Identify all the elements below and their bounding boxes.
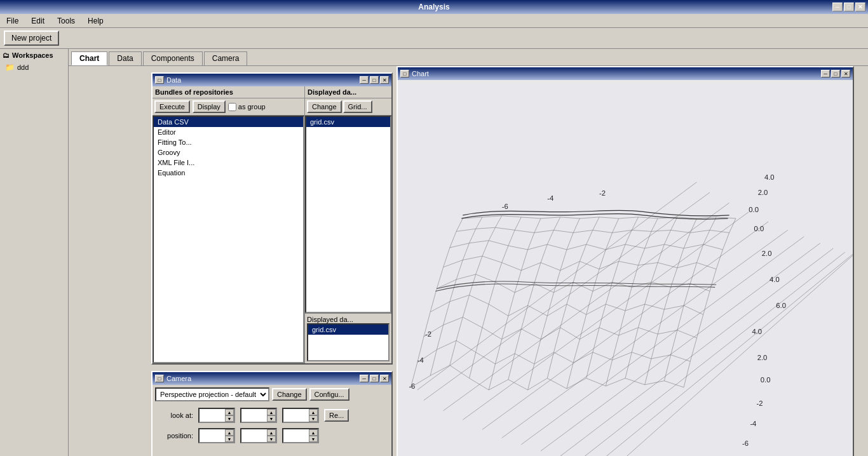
camera-change-button[interactable]: Change xyxy=(272,388,307,401)
data-panel-titlebar: □ Data ─ □ ✕ xyxy=(153,74,391,86)
title-bar: Analysis ─ □ ✕ xyxy=(0,0,868,14)
bundles-header: Bundles of repositories xyxy=(153,86,304,98)
tab-chart[interactable]: Chart xyxy=(71,51,107,65)
list-item[interactable]: Equation xyxy=(154,168,303,178)
svg-rect-0 xyxy=(398,82,853,456)
chart-panel-titlebar: □ Chart ─ □ ✕ xyxy=(398,67,853,80)
work-area-inner: □ Data ─ □ ✕ Bundles of repositories Exe xyxy=(69,66,868,456)
look-at-x-input[interactable]: 0 xyxy=(200,411,225,420)
look-at-y-up[interactable]: ▲ xyxy=(267,409,276,415)
pos-z-down[interactable]: ▼ xyxy=(309,436,318,442)
camera-configure-button[interactable]: Configu... xyxy=(309,388,349,401)
bundles-toolbar: Execute Display as group xyxy=(153,98,304,116)
data-panel-max-btn[interactable]: □ xyxy=(370,76,379,84)
look-at-z-input[interactable]: 0 xyxy=(283,411,309,420)
svg-text:0.0: 0.0 xyxy=(761,376,771,384)
chart-panel-min-btn[interactable]: ─ xyxy=(821,70,830,77)
list-item[interactable]: grid.csv xyxy=(308,325,388,335)
list-item[interactable]: grid.csv xyxy=(306,117,390,127)
display-button[interactable]: Display xyxy=(193,100,226,113)
new-project-button[interactable]: New project xyxy=(4,30,59,46)
list-item[interactable]: Editor xyxy=(154,127,303,137)
camera-panel-max-btn[interactable]: □ xyxy=(370,375,379,382)
axis-y-6: 6.0 xyxy=(776,302,786,309)
menu-bar: File Edit Tools Help xyxy=(0,14,868,28)
look-at-y-down[interactable]: ▼ xyxy=(267,415,276,422)
svg-text:-2: -2 xyxy=(757,399,763,407)
reset-button[interactable]: Re... xyxy=(324,409,349,422)
pos-x-up[interactable]: ▲ xyxy=(225,429,234,436)
chart-content: -6 -4 -2 0.0 2.0 4.0 6.0 -6 -4 -2 0.0 2. xyxy=(398,80,853,456)
pos-y-down[interactable]: ▼ xyxy=(267,436,276,442)
displayed-files-list[interactable]: grid.csv xyxy=(305,116,391,313)
menu-help[interactable]: Help xyxy=(84,15,107,27)
displayed-sub-header: Displayed da... xyxy=(307,316,390,323)
close-button[interactable]: ✕ xyxy=(855,3,865,11)
sidebar-item-ddd[interactable]: 📁 ddd xyxy=(3,62,65,73)
grid-button[interactable]: Grid... xyxy=(343,100,372,113)
displayed-sub-list[interactable]: grid.csv xyxy=(307,323,390,361)
pos-y-input[interactable]: -10 xyxy=(241,431,267,440)
change-button[interactable]: Change xyxy=(307,100,342,113)
data-panel-close-btn[interactable]: ✕ xyxy=(380,76,389,84)
projection-select[interactable]: Perspective projection - default xyxy=(155,387,269,401)
position-label: position: xyxy=(155,432,193,439)
execute-button[interactable]: Execute xyxy=(154,100,190,113)
data-panel-restore-btn[interactable]: □ xyxy=(155,76,164,84)
as-group-label: as group xyxy=(228,103,266,111)
bundles-section: Bundles of repositories Execute Display … xyxy=(153,86,305,363)
repositories-list[interactable]: Data CSV Editor Fitting To... Groovy XML… xyxy=(153,116,304,363)
chart-panel-max-btn[interactable]: □ xyxy=(831,70,840,77)
data-panel-inner: Bundles of repositories Execute Display … xyxy=(153,86,391,363)
camera-rows: look at: 0 ▲ ▼ 0 ▲ xyxy=(155,405,389,443)
maximize-button[interactable]: □ xyxy=(844,3,854,11)
tab-components[interactable]: Components xyxy=(143,51,203,65)
data-panel-min-btn[interactable]: ─ xyxy=(360,76,369,84)
axis-z-neg2: -2 xyxy=(425,330,431,338)
camera-panel-min-btn[interactable]: ─ xyxy=(360,375,369,382)
tab-camera[interactable]: Camera xyxy=(204,51,248,65)
list-item[interactable]: Data CSV xyxy=(154,117,303,127)
toolbar: New project xyxy=(0,28,868,49)
displayed-header: Displayed da... xyxy=(305,86,391,98)
menu-tools[interactable]: Tools xyxy=(53,15,79,27)
camera-panel-restore-btn[interactable]: □ xyxy=(155,375,164,382)
svg-text:2.0: 2.0 xyxy=(757,354,768,361)
look-at-z-spinner[interactable]: 0 ▲ ▼ xyxy=(282,408,319,423)
minimize-button[interactable]: ─ xyxy=(832,3,843,11)
look-at-x-down[interactable]: ▼ xyxy=(225,415,234,422)
pos-y-up[interactable]: ▲ xyxy=(267,429,276,436)
as-group-checkbox[interactable] xyxy=(228,103,236,111)
tab-data[interactable]: Data xyxy=(109,51,141,65)
menu-file[interactable]: File xyxy=(3,15,22,27)
list-item[interactable]: Groovy xyxy=(154,147,303,158)
look-at-z-up[interactable]: ▲ xyxy=(309,409,318,415)
menu-edit[interactable]: Edit xyxy=(27,15,48,27)
camera-panel-close-btn[interactable]: ✕ xyxy=(380,375,389,382)
chart-panel-restore-btn[interactable]: □ xyxy=(400,70,409,77)
pos-x-input[interactable]: 5 xyxy=(200,431,225,440)
look-at-z-down[interactable]: ▼ xyxy=(309,415,318,422)
pos-x-down[interactable]: ▼ xyxy=(225,436,234,442)
pos-x-spinner[interactable]: 5 ▲ ▼ xyxy=(198,428,235,443)
pos-z-spinner[interactable]: 10 ▲ ▼ xyxy=(282,428,319,443)
look-at-x-spinner[interactable]: 0 ▲ ▼ xyxy=(198,408,235,423)
chart-panel-close-btn[interactable]: ✕ xyxy=(841,70,850,77)
svg-text:4.0: 4.0 xyxy=(752,328,762,335)
look-at-y-spinner[interactable]: 0 ▲ ▼ xyxy=(240,408,277,423)
look-at-y-input[interactable]: 0 xyxy=(241,411,267,420)
workspaces-icon: 🗂 xyxy=(3,51,10,59)
list-item[interactable]: XML File I... xyxy=(154,158,303,168)
pos-y-spinner[interactable]: -10 ▲ ▼ xyxy=(240,428,277,443)
position-row: position: 5 ▲ ▼ -10 xyxy=(155,428,389,443)
look-at-row: look at: 0 ▲ ▼ 0 ▲ xyxy=(155,408,389,423)
list-item[interactable]: Fitting To... xyxy=(154,137,303,147)
pos-z-up[interactable]: ▲ xyxy=(309,429,318,436)
axis-x-neg2: -2 xyxy=(599,189,606,197)
look-at-x-up[interactable]: ▲ xyxy=(225,409,234,415)
axis-z-4: 4.0 xyxy=(764,173,775,181)
axis-y-0: 0.0 xyxy=(754,225,764,232)
window-title: Analysis xyxy=(418,3,449,11)
pos-z-input[interactable]: 10 xyxy=(283,431,309,440)
sidebar-title: 🗂 Workspaces xyxy=(3,51,65,59)
